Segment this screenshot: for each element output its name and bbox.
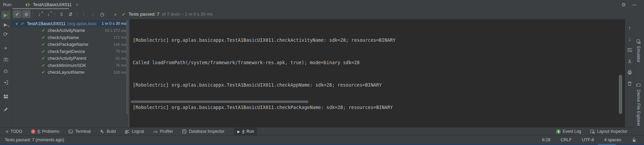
stop-button[interactable]: ■ xyxy=(1,44,10,52)
tool-window-button-emulator[interactable]: Emulator xyxy=(636,39,641,62)
show-passed-button[interactable]: ✔ xyxy=(13,10,21,18)
import-icon xyxy=(3,80,9,85)
tool-window-button-run[interactable]: ▶ 4: Run xyxy=(234,128,257,135)
screenshot-button[interactable] xyxy=(1,55,10,64)
tool-window-button-problems[interactable]: ! 6: Problems xyxy=(28,128,62,135)
import-test-results-button[interactable] xyxy=(1,78,10,87)
status-message: Tests passed: 7 (moments ago) xyxy=(5,138,64,142)
layout-inspector-button[interactable]: Layout Inspector xyxy=(587,128,630,135)
test-name: checkLayoutName xyxy=(48,70,84,75)
trash-icon xyxy=(627,81,632,86)
horizontal-scrollbar[interactable] xyxy=(131,101,308,103)
logcat-lines-icon xyxy=(125,129,130,134)
collapse-all-button[interactable]: ⇵ xyxy=(66,10,75,18)
tool-window-button-terminal[interactable]: Terminal xyxy=(65,128,94,135)
test-name: checkActivityParent xyxy=(48,56,86,61)
test-duration: 145 ms xyxy=(111,42,126,47)
test-duration: 1 m 0 s 30 ms xyxy=(100,21,126,25)
right-tool-window-strip: Emulator Device File Explorer xyxy=(634,9,644,135)
database-icon xyxy=(182,129,187,134)
tool-window-button-device-file-explorer[interactable]: Device File Explorer xyxy=(636,83,641,126)
close-icon[interactable]: ✕ xyxy=(75,2,79,7)
rerun-failed-tests-button[interactable]: ▶ 9 xyxy=(1,20,10,29)
show-ignored-button[interactable]: ⊘ xyxy=(22,10,31,18)
rerun-failed-icon: ▶ xyxy=(4,22,7,27)
device-icon xyxy=(636,83,641,88)
build-label: Build xyxy=(107,129,116,134)
passed-check-icon: ✔ xyxy=(21,21,25,26)
unlock-icon[interactable] xyxy=(631,137,637,142)
more-actions-icon[interactable]: » xyxy=(114,12,117,17)
status-bar: Tests passed: 7 (moments ago) 8:28 CRLF … xyxy=(0,135,644,144)
tool-window-button-todo[interactable]: ≡ TODO xyxy=(3,128,25,135)
test-tree-root-row[interactable]: ∨ ✔ TestA1BasicUIX011 (org.aplas.basi 1 … xyxy=(12,20,129,27)
tree-scrollbar[interactable] xyxy=(126,20,128,114)
sort-alphabetically-button[interactable]: ↓ a xyxy=(35,10,44,18)
test-name: checkTargetDevice xyxy=(48,49,85,54)
encoding-indicator[interactable]: UTF-8 xyxy=(582,138,594,142)
bug-icon xyxy=(3,68,9,74)
test-row[interactable]: ✔ checkActivityParent 91 ms xyxy=(12,55,129,62)
collapse-all-icon: ⇵ xyxy=(69,12,73,17)
scroll-to-end-button[interactable] xyxy=(626,57,633,65)
test-name: checkMinimumSDK xyxy=(48,63,86,68)
rerun-tests-button[interactable]: ▶ xyxy=(1,11,10,19)
test-row[interactable]: ✔ checkPackageName 145 ms xyxy=(12,41,129,48)
arrow-up-icon: ↑ xyxy=(82,12,85,17)
run-tab-title: TestA1BasicUIX011 xyxy=(33,2,71,7)
sort-by-duration-button[interactable]: ↓ ≡ xyxy=(44,10,53,18)
hide-window-icon[interactable]: — xyxy=(632,2,637,7)
console-toolbar: ↑ ↓ xyxy=(625,19,634,127)
clear-console-button[interactable] xyxy=(626,80,633,87)
database-inspector-label: Database Inspector xyxy=(189,129,224,134)
test-row[interactable]: ✔ checkTargetDevice 75 ms xyxy=(12,48,129,55)
soft-wrap-icon xyxy=(627,47,632,53)
test-row[interactable]: ✔ checkLayoutName 100 ms xyxy=(12,69,129,76)
android-test-config-icon xyxy=(25,2,30,7)
line-ending-indicator[interactable]: CRLF xyxy=(561,138,572,142)
pin-icon xyxy=(3,107,9,112)
run-configuration-tab[interactable]: TestA1BasicUIX011 ✕ xyxy=(22,0,82,9)
summary-details: of 7 tests – 1 m 0 s 30 ms xyxy=(162,12,213,17)
soft-wrap-button[interactable] xyxy=(626,46,633,54)
print-button[interactable] xyxy=(626,69,633,76)
terminal-label: Terminal xyxy=(75,129,91,134)
layout-settings-button[interactable] xyxy=(1,92,10,101)
run-titlebar: Run: TestA1BasicUIX011 ✕ ⚙ — xyxy=(0,0,644,9)
indent-indicator[interactable]: 4 spaces xyxy=(604,138,621,142)
camera-icon xyxy=(3,57,9,62)
prev-occurrence-button[interactable]: ↑ xyxy=(626,24,633,31)
test-package: (org.aplas.basi xyxy=(67,21,96,26)
settings-gear-icon[interactable]: ⚙ xyxy=(622,2,626,8)
tool-window-button-logcat[interactable]: Logcat xyxy=(122,128,147,135)
pin-tab-button[interactable] xyxy=(1,105,10,113)
profiler-gauge-icon xyxy=(153,129,158,134)
chevron-down-icon[interactable]: ∨ xyxy=(15,21,21,26)
toolbar-separator xyxy=(55,11,55,17)
test-row[interactable]: ✔ checkActivityName 59 s 372 ms xyxy=(12,27,129,34)
arrow-down-icon: ↓ xyxy=(92,12,94,17)
event-log-button[interactable]: 1 Event Log xyxy=(553,128,584,135)
hammer-icon xyxy=(99,129,104,134)
attach-debugger-button[interactable] xyxy=(1,67,10,75)
test-row[interactable]: ✔ checkAppName 171 ms xyxy=(12,34,129,41)
next-failed-test-button[interactable]: ↓ xyxy=(88,10,97,18)
vertical-scrollbar[interactable] xyxy=(619,75,622,114)
test-name: checkPackageName xyxy=(48,42,88,47)
next-occurrence-button[interactable]: ↓ xyxy=(626,35,633,42)
caret-position[interactable]: 8:28 xyxy=(542,138,550,142)
test-row[interactable]: ✔ checkMinimumSDK 76 ms xyxy=(12,62,129,69)
toggle-auto-test-button[interactable]: ⟳ xyxy=(1,30,10,38)
toolbar-separator xyxy=(33,11,33,17)
tool-window-button-database-inspector[interactable]: Database Inspector xyxy=(179,128,227,135)
test-history-button[interactable]: ◷ xyxy=(98,10,106,18)
layout-inspector-label: Layout Inspector xyxy=(597,129,627,134)
tool-window-button-profiler[interactable]: Profiler xyxy=(150,128,176,135)
console-line: [Robolectric] org.aplas.basicappx.TestA1… xyxy=(133,104,625,111)
expand-all-button[interactable]: ⇳ xyxy=(57,10,66,18)
console-line: [Robolectric] org.aplas.basicappx.TestA1… xyxy=(133,36,625,44)
tool-window-button-build[interactable]: Build xyxy=(96,128,119,135)
toolbar-separator xyxy=(2,89,9,90)
previous-failed-test-button[interactable]: ↑ xyxy=(79,10,88,18)
profiler-label: Profiler xyxy=(160,129,173,134)
